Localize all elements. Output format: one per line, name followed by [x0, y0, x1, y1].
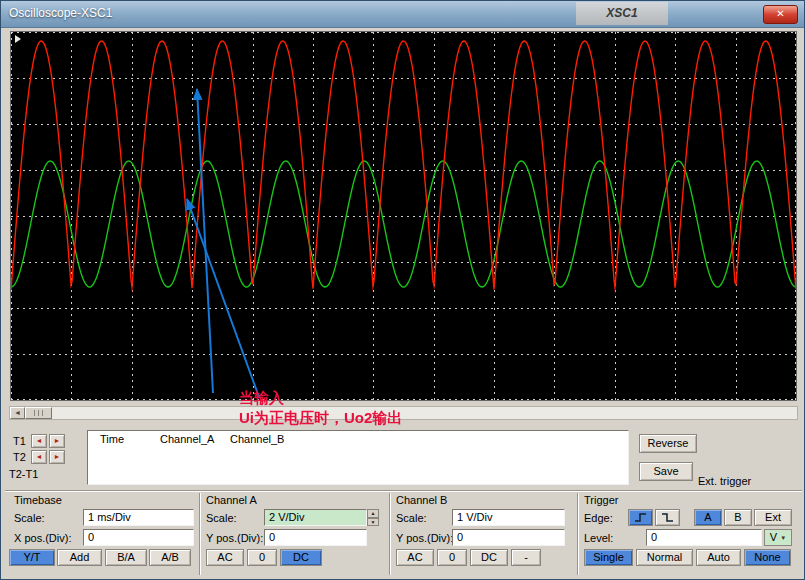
t2-left-icon: ◄ — [36, 453, 43, 460]
channel-a-scale-spinner: ▲ ▼ — [367, 509, 379, 526]
background-component-label: XSC1 — [576, 2, 668, 25]
channel-b-title: Channel B — [396, 494, 447, 506]
trigger-level-unit-select[interactable]: V ▼ — [764, 529, 792, 546]
channel-b-dc-button[interactable]: DC — [470, 549, 508, 566]
trigger-source-a-button[interactable]: A — [694, 509, 722, 526]
trigger-edge-label: Edge: — [584, 512, 613, 524]
t1-right-button[interactable]: ► — [49, 434, 65, 448]
divider-cha-chb — [389, 493, 391, 575]
trigger-normal-button[interactable]: Normal — [636, 549, 693, 566]
trigger-edge-falling-button[interactable] — [655, 509, 680, 526]
scroll-left-button[interactable]: ◄ — [10, 407, 25, 419]
timebase-scale-label: Scale: — [14, 512, 45, 524]
channel-a-ac-button[interactable]: AC — [206, 549, 244, 566]
channel-b-scale-field[interactable]: 1 V/Div — [452, 509, 565, 526]
channel-b-zero-button[interactable]: 0 — [437, 549, 467, 566]
channel-a-ypos-label: Y pos.(Div): — [206, 532, 263, 544]
readout-col-channel-b: Channel_B — [230, 433, 284, 445]
falling-edge-icon — [660, 512, 676, 523]
spinner-down-icon: ▼ — [371, 519, 376, 525]
scope-scrollbar[interactable]: ◄ — [9, 406, 798, 420]
annotation-text-line1: 当输入 — [239, 389, 284, 408]
divider-chb-trigger — [577, 493, 579, 575]
timebase-ab-button[interactable]: A/B — [149, 549, 191, 566]
ext-trigger-label: Ext. trigger — [698, 475, 751, 487]
scrollbar-grip-icon — [34, 410, 44, 416]
timebase-xpos-label: X pos.(Div): — [14, 532, 71, 544]
readout-col-time: Time — [100, 433, 124, 445]
close-button[interactable]: ✕ — [763, 5, 798, 24]
scrollbar-handle[interactable] — [25, 407, 52, 419]
reverse-button[interactable]: Reverse — [639, 434, 697, 453]
measurement-readout: Time Channel_A Channel_B — [87, 430, 629, 485]
trigger-none-button[interactable]: None — [744, 549, 791, 566]
divider-timebase-cha — [199, 493, 201, 575]
spinner-up-icon: ▲ — [371, 510, 376, 516]
trigger-single-button[interactable]: Single — [584, 549, 633, 566]
channel-b-ypos-label: Y pos.(Div): — [396, 532, 453, 544]
trigger-source-b-button[interactable]: B — [724, 509, 752, 526]
trigger-level-label: Level: — [584, 532, 613, 544]
channel-b-ypos-field[interactable]: 0 — [452, 529, 565, 546]
oscilloscope-window: Oscilloscope-XSC1 XSC1 ✕ 当输入 Ui为正电压时，Uo2… — [0, 0, 805, 580]
title-bar[interactable]: Oscilloscope-XSC1 XSC1 ✕ — [1, 1, 804, 28]
scroll-left-icon: ◄ — [14, 409, 21, 416]
channel-a-title: Channel A — [206, 494, 257, 506]
channel-b-minus-button[interactable]: - — [511, 549, 541, 566]
cursor-t2-label: T2 — [13, 451, 26, 463]
trace-start-marker-icon — [15, 35, 21, 43]
scope-canvas — [11, 32, 796, 400]
timebase-scale-field[interactable]: 1 ms/Div — [83, 509, 194, 526]
panel-divider — [5, 490, 802, 492]
channel-b-ac-button[interactable]: AC — [396, 549, 434, 566]
timebase-ba-button[interactable]: B/A — [105, 549, 147, 566]
window-title: Oscilloscope-XSC1 — [9, 6, 112, 20]
rising-edge-icon — [633, 512, 649, 523]
scope-display — [10, 31, 797, 401]
channel-a-dc-button[interactable]: DC — [280, 549, 322, 566]
timebase-add-button[interactable]: Add — [57, 549, 102, 566]
t2-right-button[interactable]: ► — [49, 450, 65, 464]
timebase-xpos-field[interactable]: 0 — [83, 529, 194, 546]
close-icon: ✕ — [776, 8, 784, 19]
cursor-t1-label: T1 — [13, 435, 26, 447]
spinner-up-button[interactable]: ▲ — [367, 509, 379, 518]
chevron-down-icon: ▼ — [780, 535, 786, 541]
t2-left-button[interactable]: ◄ — [31, 450, 47, 464]
save-button[interactable]: Save — [639, 462, 693, 481]
channel-a-scale-label: Scale: — [206, 512, 237, 524]
trigger-level-field[interactable]: 0 — [646, 529, 762, 546]
channel-a-scale-field[interactable]: 2 V/Div — [264, 509, 367, 526]
t1-left-button[interactable]: ◄ — [31, 434, 47, 448]
annotation-text-line2: Ui为正电压时，Uo2输出 — [239, 409, 402, 428]
trigger-source-ext-button[interactable]: Ext — [754, 509, 792, 526]
readout-col-channel-a: Channel_A — [160, 433, 214, 445]
channel-a-ypos-field[interactable]: 0 — [264, 529, 367, 546]
t2-right-icon: ► — [54, 453, 61, 460]
trigger-level-unit: V — [770, 531, 777, 543]
timebase-yt-button[interactable]: Y/T — [9, 549, 55, 566]
trigger-edge-rising-button[interactable] — [628, 509, 653, 526]
t1-right-icon: ► — [54, 437, 61, 444]
channel-a-zero-button[interactable]: 0 — [247, 549, 277, 566]
timebase-title: Timebase — [14, 494, 62, 506]
channel-b-scale-label: Scale: — [396, 512, 427, 524]
spinner-down-button[interactable]: ▼ — [367, 518, 379, 526]
trigger-auto-button[interactable]: Auto — [696, 549, 741, 566]
t1-left-icon: ◄ — [36, 437, 43, 444]
cursor-diff-label: T2-T1 — [9, 468, 38, 480]
trigger-title: Trigger — [584, 494, 618, 506]
